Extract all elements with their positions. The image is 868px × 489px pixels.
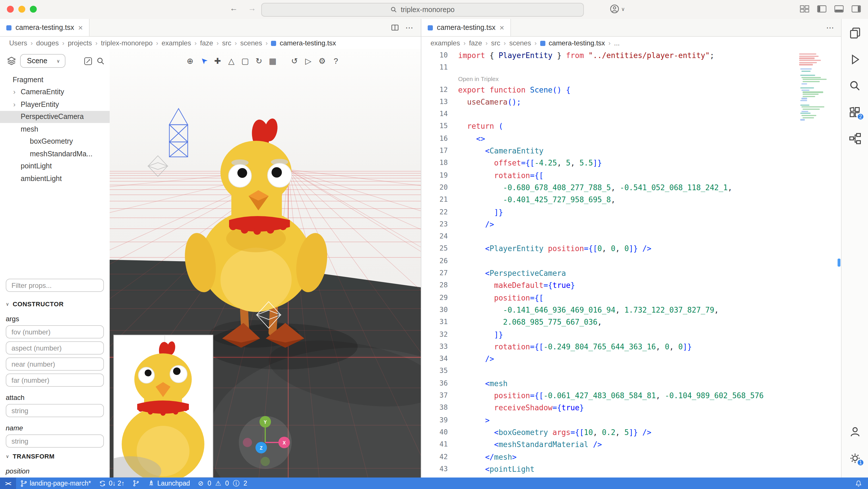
undo-icon[interactable]: ↺ bbox=[289, 55, 300, 67]
zoom-window-button[interactable] bbox=[30, 6, 37, 12]
minimap-area[interactable] bbox=[796, 49, 842, 478]
code-line[interactable]: 24 bbox=[422, 230, 842, 243]
command-center-search[interactable]: triplex-monorepo bbox=[261, 3, 584, 17]
scale-icon[interactable]: △ bbox=[226, 55, 237, 67]
filter-props-input[interactable]: Filter props... bbox=[6, 279, 104, 292]
help-icon[interactable]: ? bbox=[330, 55, 342, 67]
code-line[interactable]: 23 /> bbox=[422, 218, 842, 231]
chevron-right-icon[interactable]: › bbox=[13, 100, 21, 109]
code-line[interactable]: 29 position={[ bbox=[422, 292, 842, 304]
accounts-icon[interactable] bbox=[848, 425, 862, 438]
tab-camera-testing[interactable]: camera-testing.tsx × bbox=[0, 19, 90, 36]
breadcrumb-item[interactable]: scenes bbox=[240, 39, 262, 47]
code-line[interactable]: 20 -0.680_678_408_277_788_5, -0.541_052_… bbox=[422, 181, 842, 194]
code-line[interactable]: 37 position={[-0.061_427_483_068_584_81,… bbox=[422, 390, 842, 402]
scene-tree-item-fragment[interactable]: Fragment bbox=[0, 74, 110, 86]
code-line[interactable]: 41 <meshStandardMaterial /> bbox=[422, 438, 842, 451]
scene-tree-item-playerentity[interactable]: ›PlayerEntity bbox=[0, 98, 110, 111]
problems-item[interactable]: ⊘0 ⚠0 ⓘ2 bbox=[194, 478, 253, 489]
props-section-header-constructor[interactable]: ∨CONSTRUCTOR bbox=[6, 300, 104, 308]
code-line[interactable]: 19 rotation={[ bbox=[422, 169, 842, 181]
more-actions-icon[interactable]: ⋯ bbox=[405, 23, 414, 32]
close-tab-icon[interactable]: × bbox=[78, 24, 83, 32]
profile-button[interactable]: ∨ bbox=[610, 4, 625, 14]
breadcrumb-item[interactable]: scenes bbox=[509, 39, 531, 47]
scene-select[interactable]: Scene ∨ bbox=[20, 54, 66, 68]
tab-camera-testing-editor[interactable]: camera-testing.tsx × bbox=[422, 19, 511, 36]
extensions-icon[interactable]: 2 bbox=[848, 105, 862, 119]
edit-component-button[interactable] bbox=[84, 57, 92, 65]
code-line[interactable]: 35 bbox=[422, 365, 842, 377]
code-line[interactable]: 44 castShadow={true} bbox=[422, 475, 842, 478]
rotate-icon[interactable]: ↻ bbox=[253, 55, 265, 67]
search-scene-button[interactable] bbox=[96, 57, 105, 65]
breadcrumb-item[interactable]: camera-testing.tsx bbox=[280, 39, 336, 47]
code-line[interactable]: 14 bbox=[422, 108, 842, 120]
scene-tree-item-cameraentity[interactable]: ›CameraEntity bbox=[0, 86, 110, 98]
axis-neg-y-handle[interactable] bbox=[260, 457, 270, 466]
toggle-panel-icon[interactable] bbox=[834, 5, 844, 12]
breadcrumb-item[interactable]: faze bbox=[200, 39, 213, 47]
scrollbar-thumb[interactable] bbox=[838, 259, 840, 267]
code-line[interactable]: 11 bbox=[422, 62, 842, 74]
close-tab-icon[interactable]: × bbox=[499, 24, 504, 32]
open-editors-icon[interactable] bbox=[848, 26, 862, 40]
code-editor[interactable]: 10import { PlayerEntity } from "../entit… bbox=[422, 49, 842, 478]
code-line[interactable]: 39 > bbox=[422, 414, 842, 426]
code-line[interactable]: 21 -0.401_425_727_958_695_8, bbox=[422, 194, 842, 206]
launchpad-item[interactable]: Launchpad bbox=[144, 478, 194, 489]
viewport-canvas[interactable]: Y X Z bbox=[110, 49, 421, 478]
breadcrumb-item[interactable]: examples bbox=[431, 39, 460, 47]
hierarchy-icon[interactable] bbox=[848, 132, 862, 145]
minimize-window-button[interactable] bbox=[19, 6, 25, 12]
scene-tree-item-boxgeometry[interactable]: boxGeometry bbox=[0, 135, 110, 148]
code-line[interactable]: 40 <boxGeometry args={[10, 0.2, 5]} /> bbox=[422, 426, 842, 439]
back-button[interactable]: ← bbox=[229, 3, 238, 12]
code-line[interactable]: 33 rotation={[-0.249_804_765_644_363_16,… bbox=[422, 341, 842, 353]
remote-indicator[interactable]: >< bbox=[0, 478, 16, 489]
breadcrumb-item[interactable]: projects bbox=[68, 39, 92, 47]
scene-tree-item-mesh[interactable]: mesh bbox=[0, 123, 110, 135]
breadcrumb-item[interactable]: faze bbox=[469, 39, 482, 47]
prop-input-fov[interactable]: fov (number) bbox=[6, 325, 104, 339]
breadcrumb-item[interactable]: ... bbox=[614, 39, 620, 47]
open-in-triplex-code-lens[interactable]: Open in Triplex bbox=[458, 74, 842, 84]
chevron-right-icon[interactable]: › bbox=[13, 88, 21, 96]
code-line[interactable]: 12export function Scene() { bbox=[422, 84, 842, 96]
breadcrumb-item[interactable]: src bbox=[222, 39, 231, 47]
code-line[interactable]: 18 offset={[-4.25, 5, 5.5]} bbox=[422, 157, 842, 170]
breadcrumb-item[interactable]: douges bbox=[36, 39, 59, 47]
prop-input-near[interactable]: near (number) bbox=[6, 357, 104, 371]
play-icon[interactable]: ▷ bbox=[303, 55, 314, 67]
code-line[interactable]: 27 <PerspectiveCamera bbox=[422, 267, 842, 280]
search-icon[interactable] bbox=[848, 79, 862, 92]
scene-tree-item-meshstandardma[interactable]: meshStandardMa... bbox=[0, 148, 110, 160]
code-line[interactable]: 26 bbox=[422, 255, 842, 267]
code-line[interactable]: 42 </mesh> bbox=[422, 451, 842, 463]
forward-button[interactable]: → bbox=[248, 3, 256, 12]
toggle-left-sidebar-icon[interactable] bbox=[817, 5, 827, 12]
settings-gear-icon[interactable]: 1 bbox=[848, 451, 862, 465]
code-line[interactable]: 31 2.068_985_775_667_036, bbox=[422, 316, 842, 328]
git-branch-item[interactable]: landing-page-march* bbox=[16, 478, 95, 489]
run-debug-icon[interactable] bbox=[848, 52, 862, 66]
code-line[interactable]: 10import { PlayerEntity } from "../entit… bbox=[422, 50, 842, 62]
breadcrumb-item[interactable]: src bbox=[491, 39, 500, 47]
scene-tree-item-perspectivecamera[interactable]: PerspectiveCamera bbox=[0, 111, 110, 123]
minimap[interactable] bbox=[799, 53, 840, 121]
prop-input-string[interactable]: string bbox=[6, 404, 104, 417]
git-sync-item[interactable]: 0↓ 2↑ bbox=[95, 478, 129, 489]
close-window-button[interactable] bbox=[7, 6, 14, 12]
code-line[interactable]: 32 ]} bbox=[422, 328, 842, 341]
code-line[interactable]: 22 ]} bbox=[422, 206, 842, 218]
code-line[interactable]: 43 <pointLight bbox=[422, 463, 842, 476]
globe-icon[interactable]: ⊕ bbox=[184, 55, 196, 67]
grid-icon[interactable]: ▦ bbox=[267, 55, 278, 67]
scene-tree-item-ambientlight[interactable]: ambientLight bbox=[0, 172, 110, 185]
axis-neg-x-handle[interactable] bbox=[243, 438, 252, 447]
code-line[interactable]: 25 <PlayerEntity position={[0, 0, 0]} /> bbox=[422, 243, 842, 255]
viewport-settings-icon[interactable]: ⚙ bbox=[316, 55, 328, 67]
breadcrumb-item[interactable]: Users bbox=[9, 39, 27, 47]
notifications-bell[interactable] bbox=[851, 478, 868, 489]
breadcrumb-item[interactable]: triplex-monorepo bbox=[101, 39, 153, 47]
